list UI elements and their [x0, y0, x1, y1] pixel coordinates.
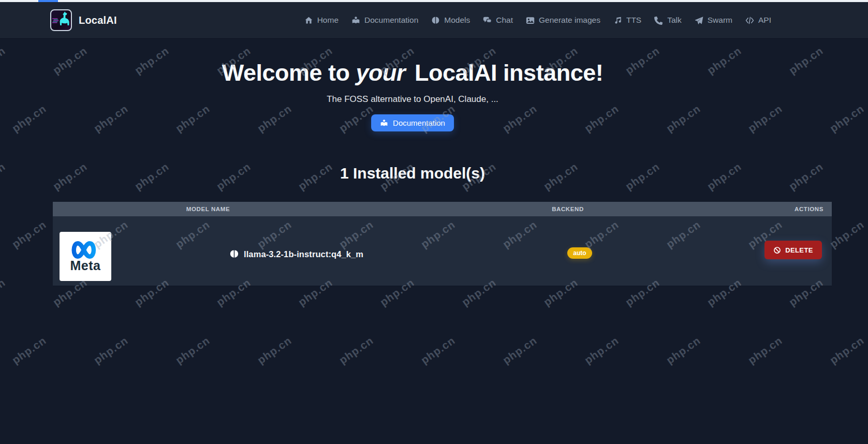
nav-item-talk[interactable]: Talk	[654, 16, 682, 25]
nav-item-home[interactable]: Home	[304, 16, 339, 25]
model-name: llama-3.2-1b-instruct:q4_k_m	[244, 249, 363, 259]
home-icon	[304, 16, 313, 25]
brain-icon	[229, 249, 239, 259]
paper-plane-icon	[695, 16, 703, 25]
model-avatar-meta: Meta	[60, 232, 111, 281]
meta-infinity-icon	[65, 240, 106, 260]
watermark-text: php.cn	[92, 102, 130, 135]
nav-item-documentation[interactable]: Documentation	[351, 16, 418, 25]
model-name-cell: llama-3.2-1b-instruct:q4_k_m	[229, 248, 363, 260]
nav-item-swarm[interactable]: Swarm	[695, 16, 732, 25]
nav-label: Talk	[667, 16, 682, 25]
nav-label: Chat	[496, 16, 513, 25]
watermark-text: php.cn	[501, 102, 539, 135]
watermark-text: php.cn	[582, 102, 621, 135]
watermark-text: php.cn	[501, 334, 539, 367]
watermark-text: php.cn	[10, 218, 49, 251]
nav-item-generate-images[interactable]: Generate images	[526, 16, 600, 25]
delete-button-label: DELETE	[785, 246, 813, 254]
installed-models-heading: 1 Installed model(s)	[0, 165, 825, 182]
watermark-text: php.cn	[828, 218, 866, 251]
localai-llama-logo-icon	[50, 9, 72, 31]
watermark-text: php.cn	[92, 334, 130, 367]
watermark-text: php.cn	[746, 334, 785, 367]
brand-title: LocalAI	[79, 14, 117, 26]
backend-badge[interactable]: auto	[567, 247, 592, 259]
column-header-actions: ACTIONS	[772, 206, 832, 212]
nav-label: Documentation	[364, 16, 418, 25]
watermark-text: php.cn	[173, 102, 212, 135]
nav-label: Home	[317, 16, 339, 25]
table-header: MODEL NAME BACKEND ACTIONS	[53, 202, 832, 216]
watermark-text: php.cn	[255, 334, 294, 367]
models-table: MODEL NAME BACKEND ACTIONS Meta llama-3.…	[53, 202, 832, 286]
watermark-text: php.cn	[337, 334, 376, 367]
nav-label: TTS	[626, 16, 641, 25]
book-reader-icon	[351, 16, 360, 25]
column-header-backend: BACKEND	[363, 206, 772, 212]
watermark-text: php.cn	[337, 102, 376, 135]
nav-item-tts[interactable]: TTS	[613, 16, 641, 25]
title-emphasis: your	[356, 60, 409, 86]
phone-icon	[654, 16, 663, 25]
nav-item-models[interactable]: Models	[431, 16, 470, 25]
watermark-text: php.cn	[828, 102, 866, 135]
watermark-text: php.cn	[10, 334, 49, 367]
title-prefix: Welcome to	[222, 60, 356, 86]
nav-label: Swarm	[708, 16, 732, 25]
nav-label: API	[758, 16, 771, 25]
title-suffix: LocalAI instance!	[408, 60, 603, 86]
watermark-text: php.cn	[746, 102, 785, 135]
hero-subtitle: The FOSS alternative to OpenAI, Claude, …	[0, 94, 825, 105]
ban-icon	[773, 246, 781, 254]
nav-label: Models	[444, 16, 470, 25]
brain-icon	[431, 16, 440, 25]
watermark-text: php.cn	[582, 334, 621, 367]
code-icon	[745, 16, 754, 25]
book-reader-icon	[380, 119, 388, 127]
table-row: Meta llama-3.2-1b-instruct:q4_k_m auto D…	[53, 216, 832, 286]
browser-top-strip	[0, 0, 868, 2]
music-note-icon	[613, 16, 622, 25]
watermark-text: php.cn	[10, 102, 49, 135]
column-header-model-name: MODEL NAME	[53, 206, 363, 212]
top-strip-accent	[38, 0, 58, 2]
nav-label: Generate images	[539, 16, 600, 25]
chat-bubbles-icon	[483, 16, 492, 25]
watermark-text: php.cn	[419, 334, 458, 367]
documentation-button-label: Documentation	[393, 119, 445, 127]
page-title: Welcome to your LocalAI instance!	[0, 60, 825, 86]
delete-button[interactable]: DELETE	[764, 241, 822, 259]
image-icon	[526, 16, 535, 25]
watermark-text: php.cn	[664, 102, 703, 135]
nav-menu: Home Documentation Models Chat Generate …	[304, 2, 771, 38]
watermark-text: php.cn	[255, 102, 294, 135]
watermark-text: php.cn	[828, 334, 866, 367]
nav-item-chat[interactable]: Chat	[483, 16, 513, 25]
watermark-text: php.cn	[0, 276, 8, 309]
documentation-button[interactable]: Documentation	[371, 114, 454, 131]
navbar: LocalAI Home Documentation Models Chat G…	[0, 2, 868, 39]
avatar-label: Meta	[70, 258, 101, 273]
nav-item-api[interactable]: API	[745, 16, 771, 25]
brand-link[interactable]: LocalAI	[50, 9, 117, 31]
watermark-text: php.cn	[664, 334, 703, 367]
watermark-text: php.cn	[173, 334, 212, 367]
